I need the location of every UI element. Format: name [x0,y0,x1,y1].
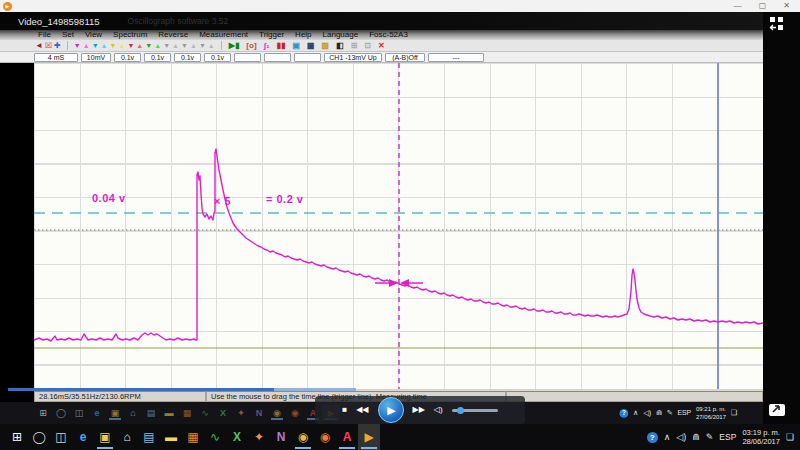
menu-item[interactable]: View [85,30,102,39]
setting-box[interactable]: (A-B)Off [385,53,425,62]
action-center-icon[interactable]: ❏ [786,432,794,442]
firefox-icon[interactable]: ◉ [286,405,304,421]
edge-icon[interactable]: e [88,405,106,421]
menu-item[interactable]: Measurement [199,30,248,39]
hold-icon[interactable]: ▮▮ [275,41,288,51]
menu-item[interactable]: File [38,30,51,39]
scale-down-aux3-icon[interactable]: ▼ [198,41,207,51]
scale-up-ch3-icon[interactable]: ▲ [117,41,126,51]
volume-icon[interactable]: ◁) [643,409,651,417]
network-icon[interactable]: ⋒ [656,409,662,417]
hidden-icons-chevron[interactable]: ∧ [664,432,671,442]
scale-up-aux3-icon[interactable]: ▲ [207,41,216,51]
store-icon[interactable]: ⌂ [124,405,142,421]
rewind-button[interactable]: ◀◀ [356,405,368,415]
forward-button[interactable]: ▶▶ [413,405,425,415]
scale-down-ch1-icon[interactable]: ▼ [73,41,82,51]
close-button[interactable]: ✕ [783,0,790,12]
menu-item[interactable]: Spectrum [113,30,147,39]
edge-icon[interactable]: e [72,424,94,450]
save-icon[interactable]: ▦ [305,41,317,51]
sticky-notes-icon[interactable]: ▬ [160,405,178,421]
hidden-icons-chevron[interactable]: ∧ [633,409,638,417]
excel-icon[interactable]: X [214,405,232,421]
menu-item[interactable]: Trigger [259,30,284,39]
scale-up-ch4-icon[interactable]: ▲ [135,41,144,51]
menu-item[interactable]: Language [323,30,359,39]
setting-box[interactable]: CH1 -13mV Up [324,53,382,62]
setting-box[interactable]: --- [428,53,484,62]
volume-slider[interactable] [452,409,498,412]
layout-grid-icon[interactable] [769,16,785,32]
scale-up-ch5-icon[interactable]: ▲ [153,41,162,51]
menu-item[interactable]: Set [62,30,74,39]
export-icon[interactable]: ⊡ [362,41,373,51]
acrobat-icon[interactable]: A [336,424,358,450]
menu-item[interactable]: Reverse [158,30,188,39]
setting-box[interactable]: 0.1v [204,53,231,62]
search-button[interactable]: ◯ [52,405,70,421]
scale-down-aux1-icon[interactable]: ▼ [162,41,171,51]
scale-down-ch2-icon[interactable]: ▼ [91,41,100,51]
sticky-notes-icon[interactable]: ▬ [160,424,182,450]
clock[interactable]: 09:21 p. m. 27/06/2017 [696,406,726,421]
pip-icon[interactable] [768,403,786,417]
file-explorer-icon[interactable]: ▣ [94,424,116,450]
paint3d-icon[interactable]: ✦ [248,424,270,450]
network-icon[interactable]: ⋒ [692,432,700,442]
help-icon[interactable]: ? [647,432,658,443]
chart-app-icon[interactable]: ∿ [204,424,226,450]
maximize-button[interactable]: ▢ [759,0,767,12]
chrome-icon[interactable]: ◉ [268,405,286,421]
language-indicator[interactable]: ESP [719,432,736,442]
volume-icon[interactable]: ◁) [676,432,686,442]
firefox-icon[interactable]: ◉ [314,424,336,450]
menu-item[interactable]: Help [295,30,311,39]
help-icon[interactable]: ? [619,409,628,418]
setting-box[interactable]: 0.1v [114,53,141,62]
menu-item[interactable]: Fosc-52A3 [369,30,408,39]
open-folder-icon[interactable]: ▨ [320,41,332,51]
media-player-icon[interactable]: ▶ [358,424,380,450]
excel-icon[interactable]: X [226,424,248,450]
language-indicator[interactable]: ESP [677,409,691,417]
scale-down-ch4-icon[interactable]: ▼ [126,41,135,51]
marker-box-icon[interactable]: ☒ [44,41,53,51]
task-view-button[interactable]: ◫ [50,424,72,450]
chart-app-icon[interactable]: ∿ [196,405,214,421]
setting-box[interactable]: 4 mS [34,53,78,62]
scale-down-ch3-icon[interactable]: ▼ [109,41,118,51]
task-view-button[interactable]: ◫ [70,405,88,421]
video-progress-bar[interactable] [8,388,748,391]
scale-up-aux1-icon[interactable]: ▲ [171,41,180,51]
stop-button[interactable]: ■ [342,405,347,415]
setting-box[interactable]: 10mV [81,53,111,62]
search-button[interactable]: ◯ [28,424,50,450]
close-icon[interactable]: ✕ [376,41,387,51]
store-icon[interactable]: ⌂ [116,424,138,450]
onenote-icon[interactable]: N [250,405,268,421]
play-button[interactable]: ▶ [378,397,404,423]
ods-icon[interactable]: ▦ [182,424,204,450]
start-button[interactable]: ⊞ [34,405,52,421]
setting-box[interactable]: 0.1v [174,53,201,62]
scale-down-ch5-icon[interactable]: ▼ [144,41,153,51]
volume-knob[interactable] [457,407,464,414]
ods-icon[interactable]: ▦ [178,405,196,421]
setting-box[interactable] [234,53,261,62]
minimize-button[interactable]: — [734,0,742,12]
scale-up-ch1-icon[interactable]: ▲ [82,41,91,51]
back-arrow-icon[interactable]: ◄ [34,41,44,51]
action-center-icon[interactable]: ❏ [731,409,737,417]
pen-icon[interactable]: ✎ [666,409,672,417]
setting-box[interactable] [294,53,321,62]
play-pause-icon[interactable]: ▶▮ [227,41,242,51]
window-icon[interactable]: ▣ [290,41,302,51]
mail-icon[interactable]: ▤ [138,424,160,450]
mail-icon[interactable]: ▤ [142,405,160,421]
setting-box[interactable] [264,53,291,62]
contrast-icon[interactable]: ◧ [334,41,346,51]
grid-toggle-icon[interactable]: ⊞ [349,41,360,51]
volume-icon[interactable]: ◁) [434,405,443,415]
paint3d-icon[interactable]: ✦ [232,405,250,421]
